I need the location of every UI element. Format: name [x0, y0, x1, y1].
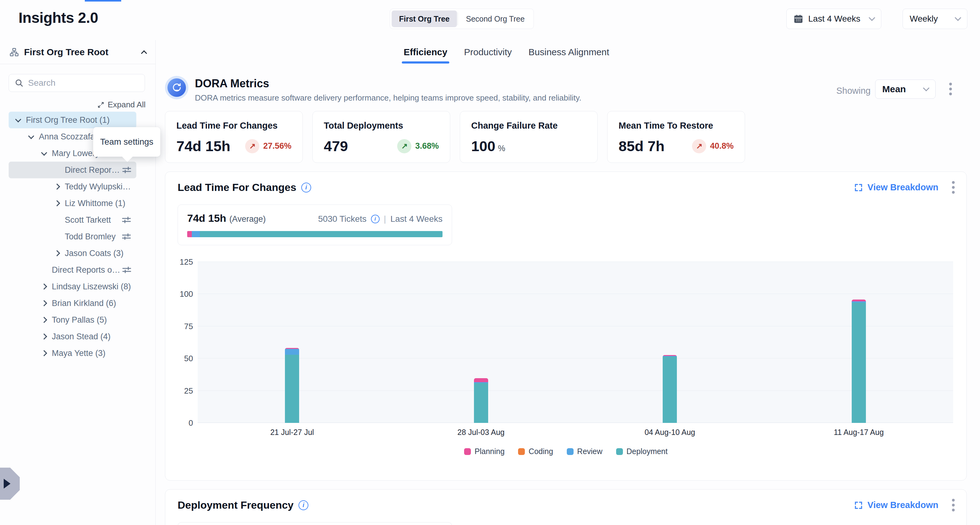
- tab-efficiency[interactable]: Efficiency: [402, 47, 449, 64]
- tree-item[interactable]: Brian Kirkland (6): [9, 295, 136, 312]
- chevron-right-icon[interactable]: [40, 282, 49, 291]
- stacked-bar[interactable]: [285, 348, 299, 423]
- gridline: [198, 390, 953, 391]
- tree-item[interactable]: Jason Stead (4): [9, 328, 136, 345]
- chevron-right-icon[interactable]: [52, 199, 62, 208]
- x-tick-label: 21 Jul-27 Jul: [198, 428, 387, 437]
- chart-legend: PlanningCodingReviewDeployment: [165, 447, 966, 456]
- org-tree-toggle: First Org TreeSecond Org Tree: [390, 9, 534, 29]
- lead-time-summary-card: 74d 15h (Average) 5030 Tickets i | Last …: [178, 205, 452, 245]
- chevron-right-icon[interactable]: [40, 332, 49, 341]
- team-settings-icon[interactable]: [121, 215, 132, 226]
- lead-time-section: Lead Time For Changes i View Breakdown 7…: [165, 172, 967, 480]
- metric-card-value: 74d 15h: [177, 138, 230, 154]
- view-breakdown-button[interactable]: View Breakdown: [854, 500, 939, 510]
- granularity-select[interactable]: Weekly: [903, 9, 967, 29]
- tree-item[interactable]: Jason Coats (3): [9, 245, 136, 262]
- search-input[interactable]: [28, 78, 139, 88]
- lead-time-title: Lead Time For Changes i: [178, 181, 311, 193]
- expand-all-button[interactable]: Expand All: [97, 100, 146, 110]
- phase-distribution-bar: [187, 231, 442, 237]
- metric-card-value: 100%: [471, 138, 505, 154]
- chevron-right-icon[interactable]: [40, 299, 49, 308]
- stacked-bar[interactable]: [663, 355, 677, 423]
- tab-business-alignment[interactable]: Business Alignment: [527, 47, 611, 64]
- chevron-right-icon[interactable]: [40, 315, 49, 325]
- deployment-frequency-menu-button[interactable]: [952, 499, 955, 511]
- legend-label: Coding: [528, 447, 553, 456]
- bar-segment-deployment: [474, 383, 488, 423]
- expand-all-label: Expand All: [108, 100, 146, 110]
- chevron-right-icon[interactable]: [52, 249, 62, 258]
- tree-item[interactable]: Todd Bromley: [9, 228, 136, 245]
- info-icon[interactable]: i: [299, 500, 309, 510]
- legend-item-review: Review: [567, 447, 603, 456]
- collapse-chevron-icon[interactable]: [141, 50, 147, 56]
- stacked-bar[interactable]: [852, 299, 866, 423]
- tree-item[interactable]: Direct Reports of A...: [9, 262, 136, 278]
- sidebar-root-label: First Org Tree Root: [24, 47, 108, 57]
- x-tick-label: 04 Aug-10 Aug: [576, 428, 764, 437]
- metric-card-title: Lead Time For Changes: [177, 121, 291, 131]
- org-toggle-option[interactable]: First Org Tree: [391, 11, 457, 27]
- indent-spacer: [52, 165, 62, 175]
- tree-item[interactable]: Liz Whittome (1): [9, 195, 136, 212]
- tree-item[interactable]: Direct Reports ...: [9, 162, 136, 178]
- tree-item[interactable]: Tony Pallas (5): [9, 312, 136, 328]
- tree-item-label: Teddy Wylupski (2): [65, 182, 132, 192]
- metric-delta-badge: ↗3.68%: [397, 139, 439, 153]
- date-range-select[interactable]: Last 4 Weeks: [786, 9, 881, 29]
- team-settings-icon[interactable]: [121, 231, 132, 242]
- tree-item[interactable]: Maya Yette (3): [9, 345, 136, 361]
- gridline: [198, 358, 953, 358]
- tree-item-label: Tony Pallas (5): [52, 315, 107, 325]
- org-toggle-option[interactable]: Second Org Tree: [458, 11, 532, 27]
- y-tick-label: 100: [172, 290, 193, 299]
- view-breakdown-button[interactable]: View Breakdown: [854, 182, 939, 192]
- average-value: 74d 15h: [187, 212, 226, 224]
- tab-productivity[interactable]: Productivity: [462, 47, 514, 64]
- org-tree-icon: [9, 47, 19, 57]
- chevron-right-icon[interactable]: [40, 348, 49, 358]
- showing-select[interactable]: Mean: [875, 80, 935, 99]
- sidebar: First Org Tree Root Expand All First Org…: [0, 40, 156, 525]
- tree-item-label: Brian Kirkland (6): [52, 299, 116, 308]
- distribution-segment-planning: [187, 231, 192, 237]
- info-icon[interactable]: i: [301, 183, 311, 192]
- metric-delta-value: 40.8%: [710, 141, 733, 151]
- showing-value: Mean: [882, 84, 906, 94]
- dora-menu-button[interactable]: [949, 83, 952, 95]
- chevron-down-icon[interactable]: [27, 132, 36, 141]
- team-settings-icon[interactable]: [121, 264, 132, 275]
- metric-card-value: 479: [324, 138, 348, 154]
- tree-item[interactable]: Lindsay Liszewski (8): [9, 278, 136, 295]
- chevron-down-icon[interactable]: [14, 115, 23, 125]
- sidebar-search[interactable]: [9, 74, 145, 92]
- sidebar-header[interactable]: First Org Tree Root: [0, 40, 156, 64]
- y-tick-label: 25: [172, 386, 193, 396]
- tree-item[interactable]: Scott Tarkett: [9, 212, 136, 228]
- y-tick-label: 75: [172, 322, 193, 331]
- metric-card-title: Mean Time To Restore: [619, 121, 733, 131]
- stacked-bar[interactable]: [474, 378, 488, 423]
- bar-segment-review: [285, 349, 299, 355]
- trend-arrow-icon: ↗: [692, 139, 706, 153]
- lead-time-menu-button[interactable]: [952, 181, 955, 194]
- metric-card: Change Failure Rate100%: [460, 111, 598, 163]
- tree-item[interactable]: Teddy Wylupski (2): [9, 178, 136, 195]
- chevron-right-icon[interactable]: [52, 182, 62, 191]
- bar-segment-deployment: [285, 355, 299, 423]
- legend-swatch: [518, 448, 525, 455]
- chevron-down-icon: [955, 14, 961, 21]
- tree-item-label: Mary Lowery: [52, 149, 100, 158]
- legend-item-planning: Planning: [464, 447, 504, 456]
- tickets-info-icon[interactable]: i: [371, 215, 380, 223]
- chevron-down-icon: [923, 85, 929, 91]
- legend-swatch: [616, 448, 623, 455]
- chevron-down-icon[interactable]: [40, 149, 49, 158]
- breakdown-expand-icon: [854, 501, 863, 510]
- tree-item[interactable]: First Org Tree Root (1): [9, 112, 136, 128]
- team-settings-icon[interactable]: [121, 164, 132, 175]
- dora-section-title: DORA Metrics: [195, 77, 269, 90]
- distribution-segment-deployment: [200, 231, 442, 237]
